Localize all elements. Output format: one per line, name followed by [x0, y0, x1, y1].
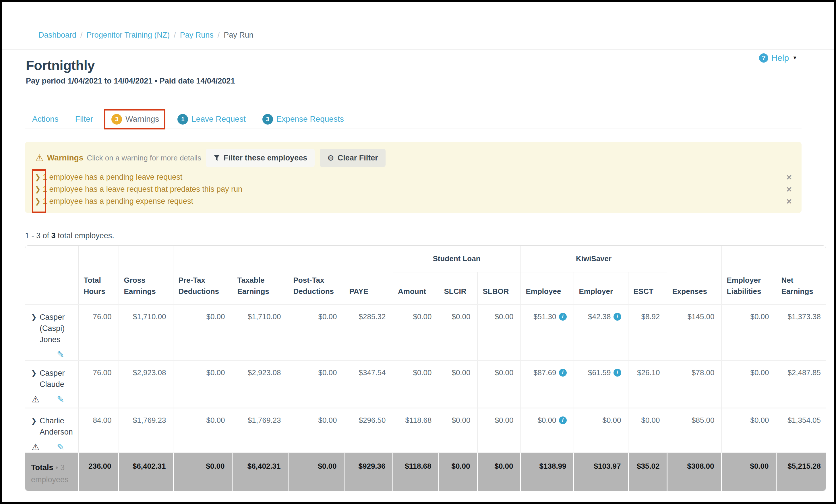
- warnings-count-badge: 3: [111, 114, 122, 124]
- filter-these-employees-button[interactable]: Filter these employees: [206, 149, 315, 167]
- cell-ks-employee: $87.69i: [520, 360, 574, 408]
- employee-name[interactable]: Casper (Caspi) Jones: [40, 312, 76, 345]
- breadcrumb-separator: /: [80, 31, 83, 40]
- warning-text[interactable]: 1 employee has a pending leave request: [43, 173, 182, 182]
- expand-employee-chevron[interactable]: ❯: [31, 368, 37, 390]
- info-icon[interactable]: i: [613, 369, 621, 376]
- group-header-kiwisaver: KiwiSaver: [520, 246, 667, 272]
- tab-divider: [25, 129, 801, 129]
- col-header-expenses: Expenses: [667, 246, 721, 304]
- cell-employer-liabilities: $0.00: [721, 360, 776, 408]
- warning-item-pending-expense[interactable]: ❯ 1 employee has a pending expense reque…: [25, 195, 801, 207]
- cell-ks-employee: $51.30i: [520, 304, 574, 360]
- cell-gross-earnings: $1,710.00: [118, 304, 173, 360]
- tab-actions[interactable]: Actions: [32, 115, 59, 124]
- chevron-right-icon[interactable]: ❯: [35, 185, 43, 193]
- chevron-right-icon[interactable]: ❯: [35, 197, 43, 206]
- cell-sl-amount: $0.00: [393, 360, 439, 408]
- employee-cell: ❯ Casper Claude ⚠ ✎: [25, 360, 78, 408]
- expand-employee-chevron[interactable]: ❯: [31, 312, 37, 345]
- employee-name[interactable]: Charlie Anderson: [40, 415, 76, 438]
- employee-cell: ❯ Casper (Caspi) Jones ✎: [25, 304, 78, 360]
- col-header-ks-employer: Employer: [574, 272, 628, 304]
- employee-cell: ❯ Charlie Anderson ⚠ ✎: [25, 408, 78, 453]
- help-menu[interactable]: ? Help ▼: [759, 53, 797, 63]
- cell-posttax-deductions: $0.00: [288, 408, 344, 453]
- edit-pencil-icon[interactable]: ✎: [57, 442, 64, 452]
- cell-net-earnings: $2,487.85: [776, 360, 826, 408]
- payrun-table: Total Hours Gross Earnings Pre-Tax Deduc…: [25, 246, 826, 491]
- total-esct: $35.02: [628, 453, 667, 491]
- clear-filter-label: Clear Filter: [338, 154, 378, 162]
- tab-expense-requests-label: Expense Requests: [277, 115, 344, 124]
- total-posttax-deductions: $0.00: [288, 453, 344, 491]
- warnings-panel-title: Warnings: [47, 153, 83, 162]
- cell-net-earnings: $1,373.38: [776, 304, 826, 360]
- cell-pretax-deductions: $0.00: [173, 360, 232, 408]
- tab-expense-requests[interactable]: 3 Expense Requests: [262, 114, 344, 124]
- cell-slcir: $0.00: [439, 304, 477, 360]
- cell-employer-liabilities: $0.00: [721, 304, 776, 360]
- col-header-taxable-earnings: Taxable Earnings: [232, 246, 288, 304]
- summary-suffix: total employees.: [58, 231, 114, 240]
- employee-warning-icon[interactable]: ⚠: [32, 394, 40, 404]
- breadcrumb-link-dashboard[interactable]: Dashboard: [38, 31, 76, 40]
- info-icon[interactable]: i: [559, 416, 567, 424]
- summary-count: 3: [51, 231, 56, 240]
- edit-pencil-icon[interactable]: ✎: [57, 349, 64, 360]
- cell-expenses: $85.00: [667, 408, 721, 453]
- cell-ks-employer: $42.38i: [574, 304, 628, 360]
- cell-taxable-earnings: $1,769.23: [232, 408, 288, 453]
- col-header-pretax-deductions: Pre-Tax Deductions: [173, 246, 232, 304]
- col-header-posttax-deductions: Post-Tax Deductions: [288, 246, 344, 304]
- cell-total-hours: 84.00: [78, 408, 118, 453]
- employee-warning-icon[interactable]: ⚠: [32, 442, 40, 452]
- total-ks-employer: $103.97: [574, 453, 628, 491]
- cell-gross-earnings: $2,923.08: [118, 360, 173, 408]
- dismiss-warning-icon[interactable]: ×: [786, 196, 792, 207]
- total-paye: $929.36: [344, 453, 393, 491]
- breadcrumb-link-pay-runs[interactable]: Pay Runs: [180, 31, 214, 40]
- warning-list: ❯ 1 employee has a pending leave request…: [25, 171, 801, 207]
- tab-leave-request[interactable]: 1 Leave Request: [177, 114, 245, 124]
- info-icon[interactable]: i: [613, 313, 621, 321]
- warning-triangle-icon: ⚠: [35, 152, 44, 163]
- expense-requests-count-badge: 3: [262, 114, 273, 124]
- cell-ks-employee: $0.00i: [520, 408, 574, 453]
- chevron-right-icon[interactable]: ❯: [35, 173, 43, 181]
- cell-posttax-deductions: $0.00: [288, 360, 344, 408]
- warnings-panel-header: ⚠ Warnings Click on a warning for more d…: [25, 149, 801, 167]
- totals-row: Totals • 3 employees 236.00 $6,402.31 $0…: [25, 453, 826, 491]
- total-net-earnings: $5,215.28: [776, 453, 826, 491]
- col-header-employer-liabilities: Employer Liabilities: [721, 246, 776, 304]
- warning-item-predates-pay-run[interactable]: ❯ 1 employee has a leave request that pr…: [25, 183, 801, 195]
- total-gross-earnings: $6,402.31: [118, 453, 173, 491]
- tab-filter[interactable]: Filter: [75, 115, 93, 124]
- cell-expenses: $145.00: [667, 304, 721, 360]
- info-icon[interactable]: i: [559, 313, 567, 321]
- employee-name[interactable]: Casper Claude: [40, 368, 76, 390]
- breadcrumb-current-pay-run: Pay Run: [224, 31, 253, 40]
- col-header-total-hours: Total Hours: [78, 246, 118, 304]
- tab-warnings[interactable]: 3 Warnings: [110, 114, 161, 124]
- warning-text[interactable]: 1 employee has a pending expense request: [43, 197, 193, 206]
- filter-these-employees-label: Filter these employees: [224, 154, 307, 162]
- dismiss-warning-icon[interactable]: ×: [786, 184, 792, 195]
- expand-employee-chevron[interactable]: ❯: [31, 415, 37, 438]
- leave-request-count-badge: 1: [177, 114, 188, 124]
- cell-net-earnings: $1,354.05: [776, 408, 826, 453]
- warning-item-pending-leave[interactable]: ❯ 1 employee has a pending leave request…: [25, 171, 801, 183]
- cell-slbor: $0.00: [477, 408, 520, 453]
- table-row: ❯ Charlie Anderson ⚠ ✎ 84.00 $1,769.23 $…: [25, 408, 826, 453]
- breadcrumb-bar: Dashboard / Progenitor Training (NZ) / P…: [2, 2, 834, 50]
- warning-text[interactable]: 1 employee has a leave request that pred…: [43, 185, 242, 194]
- cell-pretax-deductions: $0.00: [173, 304, 232, 360]
- info-icon[interactable]: i: [559, 369, 567, 376]
- funnel-icon: [213, 155, 220, 161]
- dismiss-warning-icon[interactable]: ×: [786, 172, 792, 182]
- breadcrumb-link-business[interactable]: Progenitor Training (NZ): [87, 31, 170, 40]
- total-employer-liabilities: $0.00: [721, 453, 776, 491]
- clear-filter-button[interactable]: ⊖ Clear Filter: [320, 149, 385, 167]
- total-pretax-deductions: $0.00: [173, 453, 232, 491]
- edit-pencil-icon[interactable]: ✎: [57, 394, 64, 405]
